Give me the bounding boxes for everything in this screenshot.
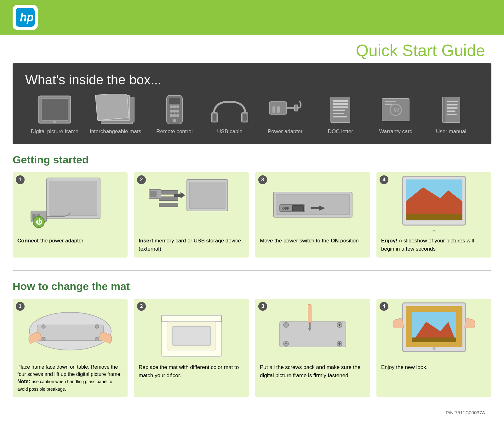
box-item-mats: Interchangeable mats [90,94,141,135]
svg-rect-106 [308,304,311,323]
svg-point-13 [176,105,179,108]
getting-started-step-3: 3 OFF ON Move the power switch to the ON… [255,172,370,258]
svg-point-18 [173,114,176,117]
svg-rect-36 [333,116,347,117]
svg-rect-24 [243,114,247,121]
step-1-illustration: 1 ⏻ [13,172,128,232]
svg-point-113 [432,347,436,350]
box-item-label: Interchangeable mats [90,128,141,135]
change-mat-steps: 1 Place frame face down on table. Remov [13,299,491,397]
svg-rect-32 [333,103,348,105]
svg-rect-58 [189,182,225,208]
step-2-text: Insert memory card or USB storage device… [134,232,249,258]
svg-point-84 [42,337,45,341]
getting-started-title: Getting started [13,154,491,166]
step-2-illustration: 2 [134,172,249,232]
hp-logo-text: hp [16,8,35,27]
box-item-usb: USB cable [208,94,252,135]
svg-point-4 [53,121,56,123]
step-3-illustration: 3 OFF ON [255,172,370,232]
step-number: 2 [137,302,146,311]
svg-rect-44 [447,101,458,102]
mat-step-3-illustration: 3 [255,299,370,359]
svg-rect-41 [385,104,392,105]
svg-rect-60 [159,197,178,201]
svg-point-19 [176,114,179,117]
box-item-doc: DOC letter [318,94,363,135]
svg-point-16 [176,110,179,113]
svg-point-83 [95,325,99,328]
step-number: 3 [258,302,267,311]
step-number: 4 [380,175,388,184]
footer: P/N 7511C00037A [0,407,504,418]
svg-rect-31 [333,100,348,102]
box-section: What's inside the box... Digital picture… [13,63,491,144]
svg-rect-27 [295,105,298,111]
svg-rect-107 [309,322,311,329]
box-item-label: Warranty card [379,128,412,135]
svg-point-20 [173,119,176,122]
mat-step-4-illustration: 4 [376,299,491,359]
box-section-title: What's inside the box... [25,72,479,88]
svg-text:W: W [394,107,399,113]
step-4-text: Enjoy! A slideshow of your pictures will… [376,232,491,258]
remote-icon [165,94,184,125]
svg-rect-88 [173,326,210,345]
svg-point-11 [170,105,173,108]
step-number: 1 [16,302,25,311]
svg-point-17 [170,114,173,117]
getting-started-section: Getting started 1 ⏻ [0,144,504,267]
warranty-icon: W [381,94,410,125]
mat-step-3-text: Put all the screws back and make sure th… [255,359,370,384]
getting-started-step-4: 4 Enjoy! A slides [376,172,491,258]
svg-rect-23 [213,114,216,121]
step-number: 3 [258,175,267,184]
hp-logo: hp [13,5,38,30]
svg-rect-77 [406,214,462,220]
svg-rect-46 [447,107,458,109]
svg-rect-63 [150,191,157,197]
svg-rect-45 [447,104,458,105]
svg-rect-93 [280,322,346,347]
svg-rect-50 [50,181,97,216]
change-mat-step-3: 3 [255,299,370,397]
getting-started-step-2: 2 Insert memory card or USB [134,172,249,258]
box-items-list: Digital picture frame Interchangeable ma… [25,94,479,135]
svg-point-14 [170,110,173,113]
doc-icon [330,94,351,125]
box-item-power-adapter: Power adapter [263,94,307,135]
page-title: Quick Start Guide [0,35,504,63]
step-number: 1 [16,175,25,184]
svg-rect-29 [277,106,280,113]
mat-step-2-text: Replace the mat with different color mat… [134,359,249,384]
svg-rect-10 [169,97,180,104]
box-item-label: Digital picture frame [31,128,78,135]
svg-text:OFF: OFF [282,207,289,210]
svg-rect-43 [443,97,446,122]
svg-point-79 [432,230,436,231]
change-mat-step-2: 2 Replace the mat with different color m… [134,299,249,397]
svg-rect-81 [37,325,103,341]
step-1-text: Connect the power adapter [13,232,128,250]
svg-text:⏻: ⏻ [36,218,42,225]
mat-step-1-text: Place frame face down on table. Remove t… [13,359,128,397]
mat-step-1-illustration: 1 [13,299,128,359]
box-item-picture-frame: Digital picture frame [31,94,78,135]
svg-rect-112 [412,337,456,342]
svg-point-85 [95,337,99,341]
box-item-warranty: W Warranty card [374,94,418,135]
box-item-manual: User manual [429,94,473,135]
svg-point-15 [173,110,176,113]
mat-step-4-text: Enjoy the new look. [376,359,491,376]
step-number: 2 [137,175,146,184]
change-mat-section: How to change the mat 1 [0,274,504,407]
mat-step-2-illustration: 2 [134,299,249,359]
usb-icon [211,94,249,125]
box-item-label: Power adapter [268,128,303,135]
svg-rect-40 [385,101,396,102]
section-divider [13,270,491,271]
power-adapter-icon [268,94,302,125]
change-mat-title: How to change the mat [13,280,491,292]
svg-text:hp: hp [20,11,33,24]
svg-rect-28 [272,106,275,113]
